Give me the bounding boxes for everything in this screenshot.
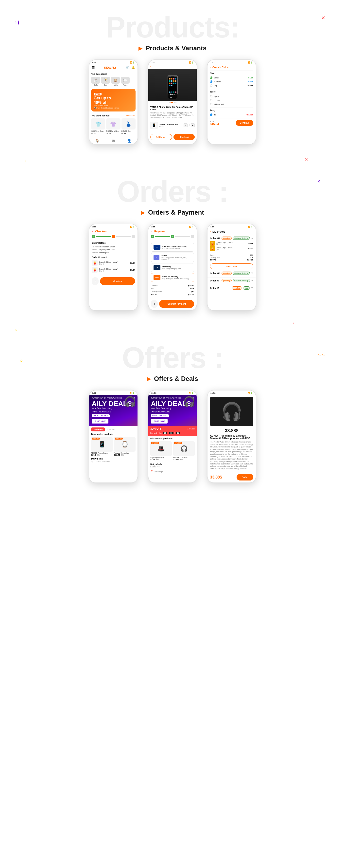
delivery-fees-value: $10 [250,256,253,258]
status-icons-9: 📶🔋 [248,392,253,394]
cod-method[interactable]: COD Cash on delivery Pay when you receiv… [151,273,194,282]
confirm-order-button[interactable]: Confirm [100,277,135,285]
dot-4 [175,102,176,103]
dealfly-logo: DEALFLY [104,66,116,69]
cart-icon[interactable]: 🛒 [126,66,129,69]
deco-circle-2: ○ [15,328,17,332]
colon-1: : [168,431,169,435]
nav-user-icon[interactable]: 👤 [127,138,131,143]
status-icons-3: 📶🔋 [248,61,253,64]
category-gym[interactable]: 🏋️ Gym [101,77,110,86]
testy-te[interactable]: ✓ Te +$12.00 [210,113,253,117]
product-1[interactable]: 👕 H2H Mens Cas... 30.85 [91,118,105,134]
payment-close[interactable]: ✕ [151,230,153,233]
disc-item-2[interactable]: ⌚ 10% OFF Adepoy Compatib... $12.75 $31 [114,437,136,456]
bell-icon[interactable]: 🔔 [131,66,135,69]
size-small[interactable]: Small +$1.00 [210,76,253,80]
product-2-img: 👚 [106,118,120,129]
discounted-products-label-2: Discounted products [150,437,195,440]
disc-old-price-1: $31 [97,454,100,456]
shop-now-btn-1[interactable]: SHOP NOW [92,419,108,424]
category-hotels[interactable]: 🏨 Hotels [111,77,120,86]
taste-without-salt[interactable]: without salt [210,102,253,106]
paypal-sub: Pay using PayPal.com [162,247,187,249]
nav-grid-icon[interactable]: ⊞ [112,138,115,143]
category-res-label: Res... [123,84,128,86]
back-button-checkout[interactable]: ‹ [92,277,99,285]
variants-title: Crunch Chips [212,66,229,69]
taste-cheeoy[interactable]: cheeoy [210,98,253,102]
size-big[interactable]: Big +$2.50 [210,84,253,88]
product-2[interactable]: 👚 NSQTBA V Ne... 14.35 [106,118,120,134]
order-12-prod-name-2: Crunch Chips ( copy ) [216,247,233,249]
order-5-paid-badge: paid [243,286,250,289]
offer-product-desc: High Fidelity Audio 30 mm enhanced dynam… [210,441,253,470]
disc-off-3: 20% OFF [151,442,159,444]
product-1-price: 30.85 [91,133,105,134]
mini-product-name: TENOC Phone Case... [159,123,182,126]
status-bar-8: 11:51 📶🔋 [148,391,197,395]
medium-price: +$2.00 [247,81,253,83]
full-name-label: Full name: Sebastian Dream [92,246,135,248]
stripe-method[interactable]: St Stripe Pay using your Credit Card, Vi… [151,253,194,262]
confirm-payment-button[interactable]: Confirm Payment [159,300,194,308]
hamburger-icon[interactable]: ☰ [92,66,95,69]
step-2 [112,235,115,238]
step-3 [132,235,135,238]
taste-spicy[interactable]: Spicy [210,94,253,98]
category-res[interactable]: 🍽️ Res... [121,77,130,86]
order-5-expand[interactable]: ▼ [251,287,253,289]
product-detail-image: 📱 $10.2EU [148,69,197,101]
dot-1 [169,102,170,103]
size-medium[interactable]: Medium +$2.00 [210,80,253,84]
order-detail-button[interactable]: Order Detail [210,264,253,269]
daily-deals-section-2: Daily deals Best for you [148,462,197,469]
tva-label: TVA [151,288,154,290]
checkout-button[interactable]: Checkout [173,134,195,140]
order-7-expand[interactable]: ▼ [251,279,253,282]
daily-deals-section-1: Daily deals up to 15% for new users [89,456,138,464]
order-now-button[interactable]: Order! [237,474,253,480]
categories-section: Top Categories ☕ Coffe 🏋️ Gym 🏨 Hotels [89,71,138,87]
qty-minus[interactable]: - [183,123,187,127]
disc-item-3[interactable]: 🎩 20% OFF Anycosy Western... $23.4 $31 [150,441,172,461]
product-price-tag: $10.2EU [168,93,177,99]
disc-prices-4: 33.88$ $44 [173,458,195,461]
total-label-pay: TOTAL [151,293,157,296]
category-coffe[interactable]: ☕ Coffe [91,77,100,86]
razorpay-method[interactable]: Rp Razorpay Pay using razorpay.com [151,263,194,272]
back-arrow[interactable]: ‹ [150,65,151,68]
status-icons-1: 📶🔋 [130,61,135,64]
nav-home-icon[interactable]: 🏠 [95,138,100,143]
disc-item-4[interactable]: 🎧 10% OFF AUKEY True Wirel... 33.88$ $44 [173,441,195,461]
add-to-cart-button[interactable]: Add to cart [150,134,172,140]
qty-plus[interactable]: + [191,123,195,127]
status-icons-6: 📶🔋 [248,226,253,228]
checkout-close[interactable]: ✕ [92,230,94,233]
products-bg-text: Products: [0,7,345,42]
time-6: 1:56 [210,226,214,228]
taxes-value: $2.5 [250,254,253,256]
paypal-method[interactable]: PP PayPal - Payment Gateway Pay using Pa… [151,243,194,252]
order-11-expand[interactable]: ▼ [251,272,253,275]
product-3[interactable]: 👗 DOLCE G... 49.55 [122,118,136,134]
payment-title: Payment [154,230,166,233]
order-12-expand[interactable]: ▲ [251,237,253,240]
show-all-link[interactable]: Show All→ [126,115,136,117]
action-buttons: Add to cart Checkout [148,132,197,143]
disc-item-1[interactable]: 📱 15% OFF TENOC Phone Cas... $10.2 $31 [91,437,113,456]
category-res-thumb: 🍽️ [121,77,130,84]
variants-back[interactable]: ‹ [210,66,211,69]
promo-banner: OFFER Get up to40% off on our latest off… [91,89,136,112]
deco-circle-3: ○ [20,358,23,363]
product-detail-info: TENOC Phone Case for Apple iPhone XR Cas… [148,104,197,132]
disc-prices-2: $12.75 $31 [114,454,136,456]
pay-line-2 [175,236,190,237]
order-7-pending-badge: pending [221,279,232,282]
back-button-payment[interactable]: ‹ [151,300,158,308]
offers-from: est Offers from Ubuy [92,407,135,410]
my-orders-back[interactable]: ‹ [210,230,211,233]
order-qty-2: Qty: 3 [99,270,118,272]
continue-button[interactable]: Continue [236,120,253,126]
shop-now-btn-2[interactable]: SHOP NOW [151,419,168,424]
